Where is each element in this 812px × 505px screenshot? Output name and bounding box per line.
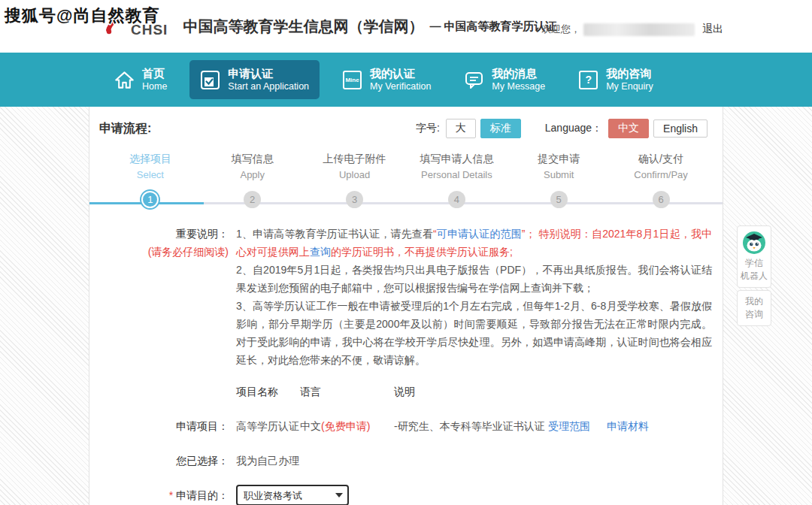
nav-verification-zh: 我的认证 xyxy=(370,66,431,80)
content-panel: 申请流程: 字号: 大 标准 Language： 中文 English 选择项目… xyxy=(89,107,723,505)
step-personal-details: 填写申请人信息 Personal Details 4 xyxy=(405,150,508,208)
home-icon xyxy=(114,70,135,90)
selected-label: 您已选择： xyxy=(99,452,229,470)
watermark: 搜狐号@尚自然教育 xyxy=(5,5,159,27)
chsi-robot-widget[interactable]: 学信 机器人 xyxy=(737,225,771,288)
col-language: 语言 xyxy=(300,383,394,401)
page-title: 申请流程: xyxy=(99,121,151,137)
font-standard-button[interactable]: 标准 xyxy=(480,119,521,138)
step-circle-4: 4 xyxy=(448,191,465,208)
robot-avatar-icon xyxy=(742,231,766,255)
nav-verification-en: My Verification xyxy=(370,80,431,93)
site-subtitle: — 中国高等教育学历认证 xyxy=(429,20,556,34)
username-redacted xyxy=(583,23,695,36)
nav-item-start-application[interactable]: 申请认证 Start an Application xyxy=(189,60,320,99)
col-project-name: 项目名称 xyxy=(236,383,300,401)
important-notes: 重要说明： (请务必仔细阅读) 1、申请高等教育学历证书认证，请先查看“可申请认… xyxy=(99,225,712,369)
note-paragraph-2: 2、自2019年5月1日起，各类报告均只出具电子版报告（PDF），不再出具纸质报… xyxy=(236,261,712,297)
project-name: 高等学历认证 xyxy=(236,417,300,435)
nav-item-my-message[interactable]: 我的消息 My Message xyxy=(453,60,556,99)
step-indicator: 选择项目 Select 1 填写信息 Apply 2 上传电子附件 Upload… xyxy=(99,150,712,208)
note-paragraph-3: 3、高等学历认证工作一般在申请被受理后的1个月左右完成，但每年1-2月、6-8月… xyxy=(236,297,712,369)
enquiry-label-line2: 咨询 xyxy=(739,308,769,321)
nav-home-en: Home xyxy=(142,80,167,93)
step-upload: 上传电子附件 Upload 3 xyxy=(304,150,406,208)
step-submit: 提交申请 Submit 5 xyxy=(508,150,610,208)
nav-item-my-enquiry[interactable]: ? 我的咨询 My Enquiry xyxy=(568,60,664,99)
mine-box-icon: Mine xyxy=(342,70,362,90)
scope-of-application-link[interactable]: 可申请认证的范围 xyxy=(437,228,522,240)
nav-item-home[interactable]: 首页 Home xyxy=(104,60,177,99)
purpose-row: * 申请目的： 职业资格考试 xyxy=(99,485,712,505)
selection-row: 您已选择： 我为自己办理 xyxy=(99,452,712,470)
site-title: 中国高等教育学生信息网（学信网） xyxy=(183,17,423,37)
project-description: -研究生、本专科等毕业证书认证 xyxy=(394,417,548,435)
nav-home-zh: 首页 xyxy=(142,66,167,80)
purpose-select[interactable]: 职业资格考试 xyxy=(236,485,349,505)
nav-message-en: My Message xyxy=(492,80,545,93)
step-apply: 填写信息 Apply 2 xyxy=(201,150,304,208)
step-circle-3: 3 xyxy=(346,191,363,208)
font-large-button[interactable]: 大 xyxy=(446,119,476,138)
project-language: 中文(免费申请) xyxy=(300,417,394,435)
notes-label: 重要说明： xyxy=(99,225,229,243)
online-query-link[interactable]: 查询 xyxy=(310,246,331,258)
main-area: 申请流程: 字号: 大 标准 Language： 中文 English 选择项目… xyxy=(0,107,812,505)
language-label: Language： xyxy=(545,122,602,135)
robot-label-line2: 机器人 xyxy=(739,270,769,283)
note-paragraph-1: 1、申请高等教育学历证书认证，请先查看“可申请认证的范围”； 特别说明：自202… xyxy=(236,225,712,261)
nav-message-zh: 我的消息 xyxy=(492,66,545,80)
apply-project-label: 申请项目： xyxy=(99,417,229,435)
welcome-text: 欢迎您， xyxy=(541,23,580,36)
step-circle-6: 6 xyxy=(653,191,670,208)
message-bubble-icon xyxy=(464,70,484,90)
nav-enquiry-en: My Enquiry xyxy=(606,80,653,93)
col-description: 说明 xyxy=(394,383,712,401)
lang-english-button[interactable]: English xyxy=(653,119,707,138)
lang-chinese-button[interactable]: 中文 xyxy=(608,119,649,138)
purpose-label: * 申请目的： xyxy=(99,486,229,504)
checkbox-check-icon xyxy=(200,70,220,90)
nav-item-my-verification[interactable]: Mine 我的认证 My Verification xyxy=(332,60,441,99)
project-table-row: 申请项目： 高等学历认证 中文(免费申请) -研究生、本专科等毕业证书认证 受理… xyxy=(99,417,712,435)
application-materials-link[interactable]: 申请材料 xyxy=(607,417,649,435)
acceptance-scope-link[interactable]: 受理范围 xyxy=(548,417,590,435)
enquiry-label-line1: 我的 xyxy=(739,295,769,308)
page-header: 搜狐号@尚自然教育 CHSI 中国高等教育学生信息网（学信网） — 中国高等教育… xyxy=(0,0,812,53)
project-table-header: 项目名称 语言 说明 xyxy=(99,383,712,401)
nav-enquiry-zh: 我的咨询 xyxy=(606,66,653,80)
main-nav: 首页 Home 申请认证 Start an Application Mine 我… xyxy=(0,53,812,107)
logout-link[interactable]: 退出 xyxy=(702,23,723,36)
step-circle-2: 2 xyxy=(244,191,261,208)
step-circle-1: 1 xyxy=(141,191,159,208)
selected-value: 我为自己办理 xyxy=(236,452,712,470)
my-enquiry-widget[interactable]: 我的 咨询 xyxy=(737,290,771,326)
nav-apply-en: Start an Application xyxy=(228,80,309,93)
robot-label-line1: 学信 xyxy=(739,257,769,270)
step-confirm-pay: 确认/支付 Confirm/Pay 6 xyxy=(610,150,712,208)
font-size-label: 字号: xyxy=(416,122,440,135)
step-select: 选择项目 Select 1 xyxy=(99,150,201,208)
question-box-icon: ? xyxy=(578,70,598,90)
notes-sublabel: (请务必仔细阅读) xyxy=(99,243,229,261)
nav-apply-zh: 申请认证 xyxy=(228,66,309,80)
step-circle-5: 5 xyxy=(550,191,568,208)
